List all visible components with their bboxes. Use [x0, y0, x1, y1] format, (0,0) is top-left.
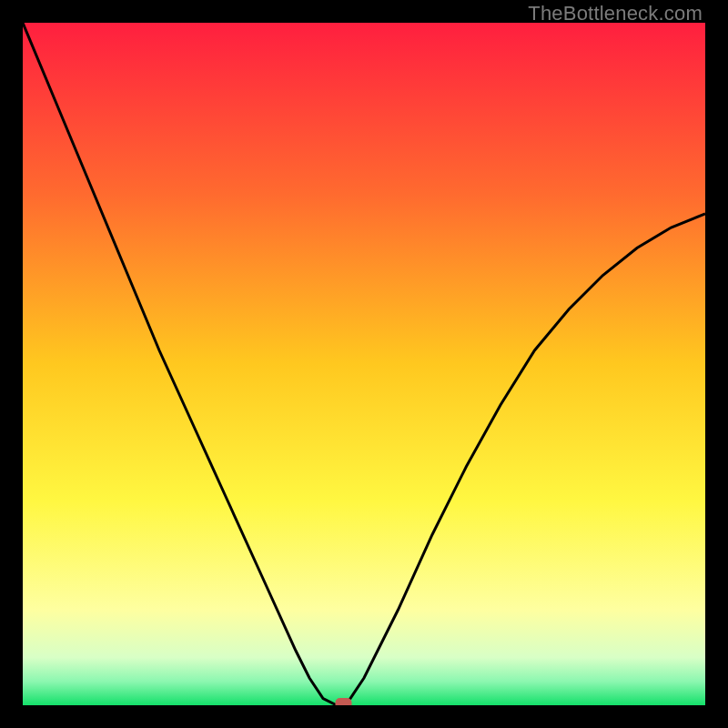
chart-frame [23, 23, 705, 705]
chart-background [23, 23, 705, 705]
watermark-text: TheBottleneck.com [528, 2, 703, 25]
optimum-marker [336, 698, 352, 705]
bottleneck-chart [23, 23, 705, 705]
